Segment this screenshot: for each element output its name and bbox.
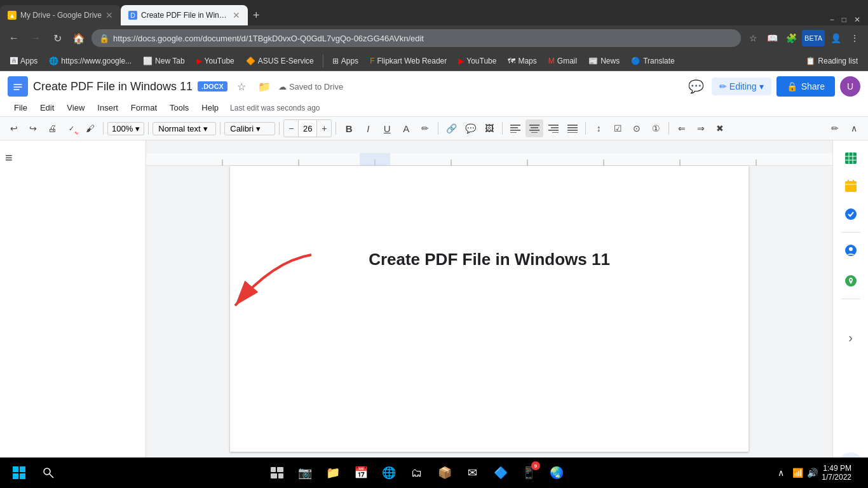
align-right-button[interactable] [545,119,562,137]
text-color-button[interactable]: A [397,119,415,137]
camera-app[interactable]: 📷 [292,460,318,485]
refresh-button[interactable]: ↻ [48,29,66,47]
bookmark-flipkart[interactable]: F Flipkart Web Reader [365,55,452,67]
font-size-input[interactable]: 26 [298,120,317,137]
redo-button[interactable]: ↪ [24,119,42,137]
italic-button[interactable]: I [359,119,377,137]
sidebar-tasks-button[interactable] [838,201,864,227]
mail-app[interactable]: ✉ [460,460,485,485]
minimize-button[interactable]: − [827,14,837,25]
share-button[interactable]: 🔒 Share [776,76,835,97]
underline-button[interactable]: U [378,119,396,137]
show-desktop-button[interactable] [855,460,860,485]
menu-edit[interactable]: Edit [34,99,60,116]
tab-1[interactable]: ▲ My Drive - Google Drive ✕ [0,5,121,25]
menu-button[interactable]: ⋮ [846,30,863,46]
whatsapp-app[interactable]: 📱 9 [516,460,541,485]
bookmark-newtab[interactable]: ⬜ New Tab [138,55,189,67]
menu-file[interactable]: File [8,99,34,116]
skype-app[interactable]: 🔷 [488,460,513,485]
bookmark-apps-1[interactable]: 🅰 Apps [5,55,43,67]
sidebar-sheets-button[interactable] [838,146,864,171]
forward-button[interactable]: → [27,29,44,47]
undo-button[interactable]: ↩ [5,119,23,137]
align-left-button[interactable] [506,119,524,137]
highlight-color-button[interactable]: ✏ [826,119,844,137]
maximize-button[interactable]: □ [839,14,849,25]
bookmark-maps[interactable]: 🗺 Maps [503,55,541,67]
font-selector[interactable]: Calibri ▾ [224,122,275,135]
teams-app[interactable]: 📅 [348,460,374,485]
bookmark-apps-2[interactable]: ⊞ Apps [327,55,363,67]
document-title[interactable]: Create PDF File in Windows 11 [33,80,193,93]
justify-button[interactable] [564,119,581,137]
clock[interactable]: 1:49 PM 1/7/2022 [822,464,851,482]
collapse-toolbar-button[interactable]: ∧ [845,119,863,137]
browser-app[interactable]: 🌏 [544,460,569,485]
clear-format-button[interactable]: ✖ [711,119,729,137]
back-button[interactable]: ← [5,29,23,47]
tab-2-close[interactable]: ✕ [233,10,240,20]
reading-list-button[interactable]: 📋 Reading list [801,55,863,67]
style-selector[interactable]: Normal text ▾ [153,122,216,135]
tab-2[interactable]: D Create PDF File in Windows 11.d... ✕ [121,5,248,25]
comments-button[interactable]: 💬 [686,76,707,97]
editing-mode-button[interactable]: ✏ Editing ▾ [712,78,771,95]
font-size-decrease[interactable]: − [284,120,298,137]
reading-mode-button[interactable]: 📖 [764,30,780,46]
checklist-button[interactable]: ☑ [609,119,627,137]
indent-decrease-button[interactable]: ⇐ [673,119,691,137]
sidebar-contacts-button[interactable] [838,238,864,263]
font-size-increase[interactable]: + [317,120,331,137]
bookmark-translate[interactable]: 🔵 Translate [626,55,680,67]
home-button[interactable]: 🏠 [70,29,88,47]
menu-view[interactable]: View [60,99,91,116]
close-window-button[interactable]: ✕ [851,14,863,25]
profile-button[interactable]: 👤 [827,30,844,46]
bookmark-youtube-2[interactable]: ▶ YouTube [453,55,501,67]
document-content-area[interactable]: Create PDF File in Windows 11 [146,140,832,488]
tab-1-close[interactable]: ✕ [105,10,113,20]
edge-app[interactable]: 🌐 [376,460,402,485]
bookmark-asus[interactable]: 🔶 ASUS E-Service [241,55,319,67]
bookmark-star-button[interactable]: ☆ [745,30,761,46]
bookmark-gmail[interactable]: M Gmail [543,55,582,67]
line-spacing-button[interactable]: ↕ [590,119,607,137]
format-paint-button[interactable]: 🖌 [81,119,99,137]
print-button[interactable]: 🖨 [43,119,61,137]
highlight-button[interactable]: ✏ [416,119,434,137]
menu-format[interactable]: Format [125,99,163,116]
extensions-button[interactable]: 🧩 [783,30,799,46]
file-explorer-app[interactable]: 📁 [320,460,346,485]
sidebar-expand-button[interactable]: › [838,325,864,350]
outline-icon[interactable]: ≡ [5,151,140,165]
spellcheck-button[interactable]: ✓∿ [62,119,80,137]
new-tab-button[interactable]: + [248,9,265,22]
image-button[interactable]: 🖼 [480,119,498,137]
link-button[interactable]: 🔗 [442,119,460,137]
task-view-button[interactable] [264,460,290,485]
user-avatar[interactable]: U [840,76,860,97]
bullet-list-button[interactable]: ⊙ [628,119,646,137]
move-button[interactable]: 📁 [255,78,273,95]
bookmark-google[interactable]: 🌐 https://www.google... [44,55,137,67]
menu-tools[interactable]: Tools [163,99,195,116]
sidebar-maps-button[interactable] [838,268,864,294]
sidebar-calendar-button[interactable] [838,173,864,199]
document-heading[interactable]: Create PDF File in Windows 11 [291,250,688,269]
align-center-button[interactable] [526,119,543,137]
bookmark-news[interactable]: 📰 News [583,55,625,67]
url-bar[interactable]: 🔒 https://docs.google.com/document/d/1TB… [92,29,741,47]
star-button[interactable]: ☆ [233,78,250,95]
file-manager-app[interactable]: 🗂 [404,460,430,485]
notifications-button[interactable]: ∧ [773,465,789,480]
indent-increase-button[interactable]: ⇒ [692,119,710,137]
search-button[interactable] [34,459,62,487]
zoom-selector[interactable]: 100% ▾ [107,122,144,135]
bold-button[interactable]: B [340,119,358,137]
start-button[interactable] [5,459,33,487]
document-page[interactable]: Create PDF File in Windows 11 [230,166,749,452]
menu-insert[interactable]: Insert [91,99,125,116]
comment-button[interactable]: 💬 [461,119,479,137]
bookmark-youtube-1[interactable]: ▶ YouTube [191,55,240,67]
